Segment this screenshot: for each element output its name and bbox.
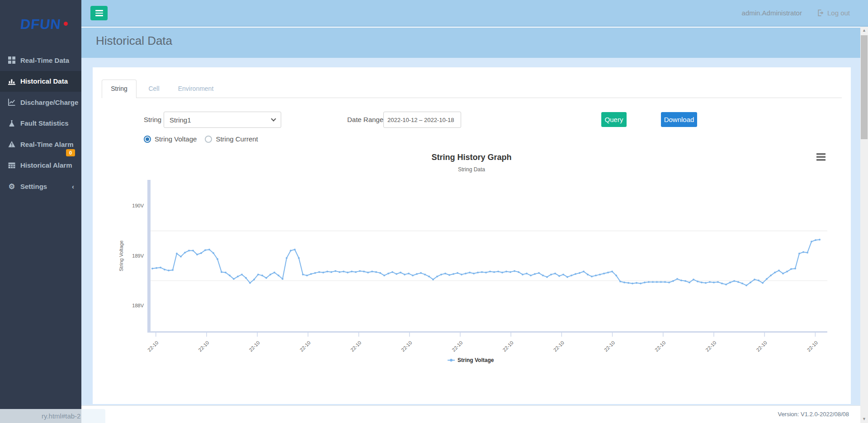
x-tick (308, 333, 309, 337)
sidebar-item-label: Historical Data (20, 77, 68, 85)
x-tick-label: 22-10 (603, 340, 616, 352)
chart-subtitle: String Data (458, 166, 485, 173)
flask-icon (8, 120, 15, 127)
gears-icon: ⚙ (8, 183, 15, 190)
sidebar-item-label: Historical Alarm (20, 161, 72, 169)
y-tick-label: 190V (132, 203, 144, 208)
radio-string-voltage[interactable]: String Voltage (144, 135, 197, 143)
x-tick-label: 22-10 (654, 340, 666, 352)
radio-selected-icon[interactable] (144, 136, 151, 143)
version-text: Version: V1.2.0-2022/08/08 (778, 411, 849, 418)
sidebar-item-label: Real-Time Data (20, 56, 69, 64)
radio-string-current[interactable]: String Current (205, 135, 258, 143)
x-tick-label: 22-10 (349, 340, 362, 352)
x-tick-label: 22-10 (299, 340, 311, 352)
sidebar-item-discharge-charge[interactable]: Discharge/Charge (0, 92, 81, 113)
tab-environment[interactable]: Environment (174, 80, 217, 98)
string-select-label: String (144, 116, 161, 123)
sidebar-item-real-time-data[interactable]: Real-Time Data (0, 50, 81, 71)
tab-string[interactable]: String (102, 80, 137, 98)
table-icon (8, 162, 15, 169)
grid-icon (8, 56, 15, 64)
hamburger-icon (816, 159, 826, 161)
x-tick-label: 22-10 (197, 340, 210, 352)
x-tick (156, 333, 156, 337)
x-axis-line (147, 331, 827, 333)
scroll-up-arrow-icon[interactable]: ▲ (860, 27, 868, 34)
date-range-input[interactable] (383, 112, 461, 128)
x-tick (713, 333, 714, 337)
radio-label: String Current (216, 135, 258, 143)
x-tick (206, 333, 207, 337)
query-button[interactable]: Query (601, 112, 627, 127)
series-radio-group: String VoltageString Current (144, 135, 258, 143)
download-button[interactable]: Download (661, 112, 697, 127)
sidebar-item-label: Discharge/Charge (20, 99, 78, 106)
dfun-logo: DFUN (0, 16, 82, 33)
x-tick (359, 333, 359, 337)
chevron-left-icon: ‹ (72, 183, 74, 190)
y-axis-title: String Voltage (118, 240, 124, 272)
x-tick (612, 333, 613, 337)
sidebar-item-settings[interactable]: ⚙Settings‹ (0, 176, 81, 197)
y-axis-line (147, 180, 151, 333)
date-range-label: Date Range (347, 116, 383, 123)
content-card: String Cell Environment String String1 D… (93, 67, 851, 404)
scroll-down-arrow-icon[interactable]: ▼ (860, 415, 868, 423)
legend-item-string-voltage[interactable]: String Voltage (448, 357, 494, 363)
tabs-divider (102, 98, 842, 98)
line-chart-icon (8, 99, 15, 106)
x-tick-label: 22-10 (501, 340, 514, 352)
bar-chart-icon (8, 78, 15, 85)
sidebar-item-real-time-alarm[interactable]: Real-Time Alarm0 (0, 134, 81, 155)
sidebar-item-fault-statistics[interactable]: Fault Statistics (0, 113, 81, 134)
x-tick-label: 22-10 (806, 340, 819, 352)
sidebar-toggle-button[interactable] (90, 6, 108, 20)
x-tick (663, 333, 664, 337)
y-tick-label: 188V (132, 303, 144, 308)
logout-icon (817, 9, 824, 16)
x-tick (409, 333, 410, 337)
radio-unselected-icon[interactable] (205, 136, 212, 143)
svg-text:⚙: ⚙ (9, 183, 15, 190)
string-select[interactable]: String1 (164, 112, 281, 128)
page-title: Historical Data (96, 34, 172, 48)
logged-in-user: admin.Administrator (742, 9, 802, 17)
scrollbar-thumb[interactable] (861, 35, 868, 139)
x-tick-label: 22-10 (146, 340, 159, 352)
x-tick-label: 22-10 (552, 340, 565, 352)
chart-title: String History Graph (431, 153, 511, 162)
chart-context-menu-button[interactable] (816, 153, 826, 161)
tab-cell[interactable]: Cell (142, 80, 166, 98)
x-tick-label: 22-10 (755, 340, 768, 352)
sidebar-item-historical-data[interactable]: Historical Data (0, 71, 81, 92)
gridline (151, 230, 827, 231)
x-tick-label: 22-10 (400, 340, 413, 352)
browser-status-tooltip: ry.html#tab-2 (0, 409, 105, 423)
series-line (152, 240, 820, 285)
vertical-scrollbar[interactable]: ▲ ▼ (860, 27, 868, 423)
menu-icon (95, 10, 103, 11)
string-select-wrap: String1 (164, 112, 281, 128)
sidebar-nav: Real-Time DataHistorical DataDischarge/C… (0, 50, 81, 197)
legend-label: String Voltage (458, 357, 494, 363)
footer: Version: V1.2.0-2022/08/08 (81, 405, 868, 423)
radio-label: String Voltage (155, 135, 197, 143)
logo-dot-icon (64, 22, 68, 26)
x-tick (257, 333, 258, 337)
brand: DFUN (0, 0, 81, 50)
string-history-chart: String History GraphString Data22-1022-1… (93, 149, 851, 375)
x-tick (561, 333, 562, 337)
x-tick (815, 333, 816, 337)
x-tick (510, 333, 511, 337)
logout-button[interactable]: Log out (817, 9, 850, 17)
x-tick-label: 22-10 (248, 340, 260, 352)
hamburger-icon (816, 156, 826, 158)
sidebar-item-label: Settings (20, 183, 47, 190)
sidebar-item-historical-alarm[interactable]: Historical Alarm (0, 155, 81, 176)
topbar: admin.Administrator Log out (81, 0, 868, 27)
topbar-right: admin.Administrator Log out (742, 0, 850, 26)
y-tick-label: 189V (132, 253, 144, 258)
warning-icon (8, 141, 15, 148)
page-header: Historical Data (81, 28, 868, 58)
